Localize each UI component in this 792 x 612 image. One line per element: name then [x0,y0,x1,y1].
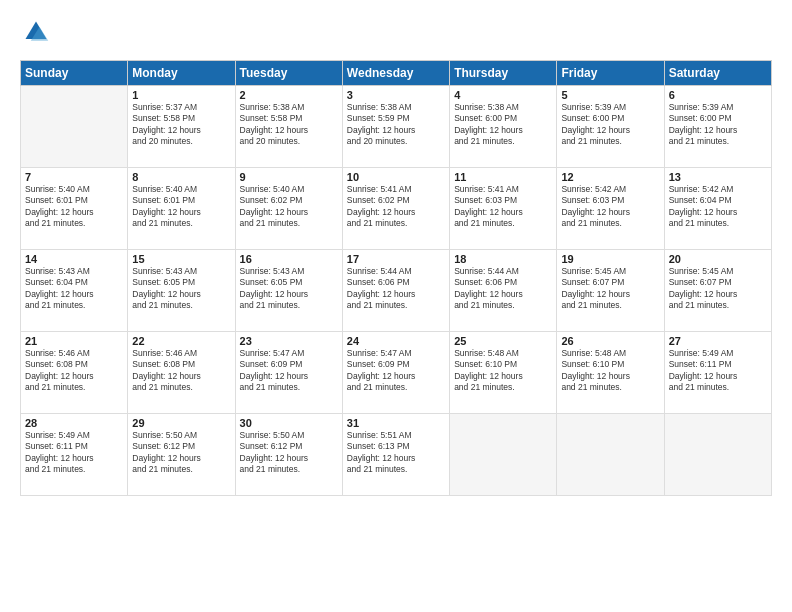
day-number: 17 [347,253,445,265]
calendar-cell: 3Sunrise: 5:38 AM Sunset: 5:59 PM Daylig… [342,86,449,168]
day-info: Sunrise: 5:51 AM Sunset: 6:13 PM Dayligh… [347,430,445,476]
day-number: 16 [240,253,338,265]
day-info: Sunrise: 5:50 AM Sunset: 6:12 PM Dayligh… [240,430,338,476]
day-info: Sunrise: 5:39 AM Sunset: 6:00 PM Dayligh… [561,102,659,148]
calendar-cell: 29Sunrise: 5:50 AM Sunset: 6:12 PM Dayli… [128,414,235,496]
calendar-cell: 14Sunrise: 5:43 AM Sunset: 6:04 PM Dayli… [21,250,128,332]
day-number: 2 [240,89,338,101]
day-number: 19 [561,253,659,265]
day-number: 21 [25,335,123,347]
calendar-cell: 27Sunrise: 5:49 AM Sunset: 6:11 PM Dayli… [664,332,771,414]
day-info: Sunrise: 5:42 AM Sunset: 6:04 PM Dayligh… [669,184,767,230]
day-number: 25 [454,335,552,347]
day-number: 14 [25,253,123,265]
calendar-cell: 31Sunrise: 5:51 AM Sunset: 6:13 PM Dayli… [342,414,449,496]
calendar-cell: 2Sunrise: 5:38 AM Sunset: 5:58 PM Daylig… [235,86,342,168]
calendar-cell: 15Sunrise: 5:43 AM Sunset: 6:05 PM Dayli… [128,250,235,332]
day-number: 11 [454,171,552,183]
calendar-cell [664,414,771,496]
day-number: 3 [347,89,445,101]
day-info: Sunrise: 5:48 AM Sunset: 6:10 PM Dayligh… [454,348,552,394]
calendar-cell: 17Sunrise: 5:44 AM Sunset: 6:06 PM Dayli… [342,250,449,332]
calendar-cell: 13Sunrise: 5:42 AM Sunset: 6:04 PM Dayli… [664,168,771,250]
day-info: Sunrise: 5:41 AM Sunset: 6:03 PM Dayligh… [454,184,552,230]
day-number: 15 [132,253,230,265]
calendar-cell: 20Sunrise: 5:45 AM Sunset: 6:07 PM Dayli… [664,250,771,332]
day-number: 24 [347,335,445,347]
day-info: Sunrise: 5:44 AM Sunset: 6:06 PM Dayligh… [454,266,552,312]
day-info: Sunrise: 5:43 AM Sunset: 6:04 PM Dayligh… [25,266,123,312]
day-info: Sunrise: 5:46 AM Sunset: 6:08 PM Dayligh… [132,348,230,394]
calendar-cell [21,86,128,168]
day-number: 4 [454,89,552,101]
calendar-cell: 6Sunrise: 5:39 AM Sunset: 6:00 PM Daylig… [664,86,771,168]
day-info: Sunrise: 5:45 AM Sunset: 6:07 PM Dayligh… [669,266,767,312]
calendar-header-saturday: Saturday [664,61,771,86]
calendar-cell: 28Sunrise: 5:49 AM Sunset: 6:11 PM Dayli… [21,414,128,496]
calendar-cell: 21Sunrise: 5:46 AM Sunset: 6:08 PM Dayli… [21,332,128,414]
calendar-week-row: 7Sunrise: 5:40 AM Sunset: 6:01 PM Daylig… [21,168,772,250]
day-info: Sunrise: 5:45 AM Sunset: 6:07 PM Dayligh… [561,266,659,312]
day-number: 9 [240,171,338,183]
calendar-cell: 30Sunrise: 5:50 AM Sunset: 6:12 PM Dayli… [235,414,342,496]
calendar-header-monday: Monday [128,61,235,86]
page: SundayMondayTuesdayWednesdayThursdayFrid… [0,0,792,612]
day-info: Sunrise: 5:50 AM Sunset: 6:12 PM Dayligh… [132,430,230,476]
day-number: 27 [669,335,767,347]
calendar-cell: 18Sunrise: 5:44 AM Sunset: 6:06 PM Dayli… [450,250,557,332]
day-number: 18 [454,253,552,265]
calendar-week-row: 14Sunrise: 5:43 AM Sunset: 6:04 PM Dayli… [21,250,772,332]
calendar-cell: 7Sunrise: 5:40 AM Sunset: 6:01 PM Daylig… [21,168,128,250]
calendar-week-row: 28Sunrise: 5:49 AM Sunset: 6:11 PM Dayli… [21,414,772,496]
calendar-cell: 23Sunrise: 5:47 AM Sunset: 6:09 PM Dayli… [235,332,342,414]
day-number: 23 [240,335,338,347]
day-info: Sunrise: 5:38 AM Sunset: 5:58 PM Dayligh… [240,102,338,148]
calendar-cell: 10Sunrise: 5:41 AM Sunset: 6:02 PM Dayli… [342,168,449,250]
day-number: 31 [347,417,445,429]
calendar-cell: 25Sunrise: 5:48 AM Sunset: 6:10 PM Dayli… [450,332,557,414]
calendar-header-friday: Friday [557,61,664,86]
day-number: 29 [132,417,230,429]
logo [20,18,52,50]
calendar-cell: 19Sunrise: 5:45 AM Sunset: 6:07 PM Dayli… [557,250,664,332]
header [20,18,772,50]
calendar-week-row: 21Sunrise: 5:46 AM Sunset: 6:08 PM Dayli… [21,332,772,414]
day-info: Sunrise: 5:49 AM Sunset: 6:11 PM Dayligh… [669,348,767,394]
day-number: 20 [669,253,767,265]
calendar-header-tuesday: Tuesday [235,61,342,86]
day-number: 22 [132,335,230,347]
calendar-cell: 9Sunrise: 5:40 AM Sunset: 6:02 PM Daylig… [235,168,342,250]
calendar-cell: 22Sunrise: 5:46 AM Sunset: 6:08 PM Dayli… [128,332,235,414]
day-info: Sunrise: 5:44 AM Sunset: 6:06 PM Dayligh… [347,266,445,312]
day-number: 30 [240,417,338,429]
logo-icon [22,18,50,46]
calendar-cell: 16Sunrise: 5:43 AM Sunset: 6:05 PM Dayli… [235,250,342,332]
day-info: Sunrise: 5:40 AM Sunset: 6:02 PM Dayligh… [240,184,338,230]
calendar-cell [450,414,557,496]
calendar-header-row: SundayMondayTuesdayWednesdayThursdayFrid… [21,61,772,86]
calendar-cell: 11Sunrise: 5:41 AM Sunset: 6:03 PM Dayli… [450,168,557,250]
day-info: Sunrise: 5:46 AM Sunset: 6:08 PM Dayligh… [25,348,123,394]
calendar-table: SundayMondayTuesdayWednesdayThursdayFrid… [20,60,772,496]
day-info: Sunrise: 5:40 AM Sunset: 6:01 PM Dayligh… [25,184,123,230]
day-info: Sunrise: 5:42 AM Sunset: 6:03 PM Dayligh… [561,184,659,230]
day-number: 26 [561,335,659,347]
calendar-cell: 24Sunrise: 5:47 AM Sunset: 6:09 PM Dayli… [342,332,449,414]
day-number: 6 [669,89,767,101]
day-number: 28 [25,417,123,429]
calendar-cell: 12Sunrise: 5:42 AM Sunset: 6:03 PM Dayli… [557,168,664,250]
day-info: Sunrise: 5:43 AM Sunset: 6:05 PM Dayligh… [132,266,230,312]
calendar-cell: 26Sunrise: 5:48 AM Sunset: 6:10 PM Dayli… [557,332,664,414]
calendar-cell: 1Sunrise: 5:37 AM Sunset: 5:58 PM Daylig… [128,86,235,168]
calendar-header-thursday: Thursday [450,61,557,86]
day-info: Sunrise: 5:38 AM Sunset: 6:00 PM Dayligh… [454,102,552,148]
calendar-cell: 4Sunrise: 5:38 AM Sunset: 6:00 PM Daylig… [450,86,557,168]
day-info: Sunrise: 5:41 AM Sunset: 6:02 PM Dayligh… [347,184,445,230]
day-info: Sunrise: 5:47 AM Sunset: 6:09 PM Dayligh… [240,348,338,394]
day-number: 12 [561,171,659,183]
day-info: Sunrise: 5:38 AM Sunset: 5:59 PM Dayligh… [347,102,445,148]
day-number: 10 [347,171,445,183]
day-info: Sunrise: 5:43 AM Sunset: 6:05 PM Dayligh… [240,266,338,312]
day-number: 5 [561,89,659,101]
calendar-cell: 5Sunrise: 5:39 AM Sunset: 6:00 PM Daylig… [557,86,664,168]
